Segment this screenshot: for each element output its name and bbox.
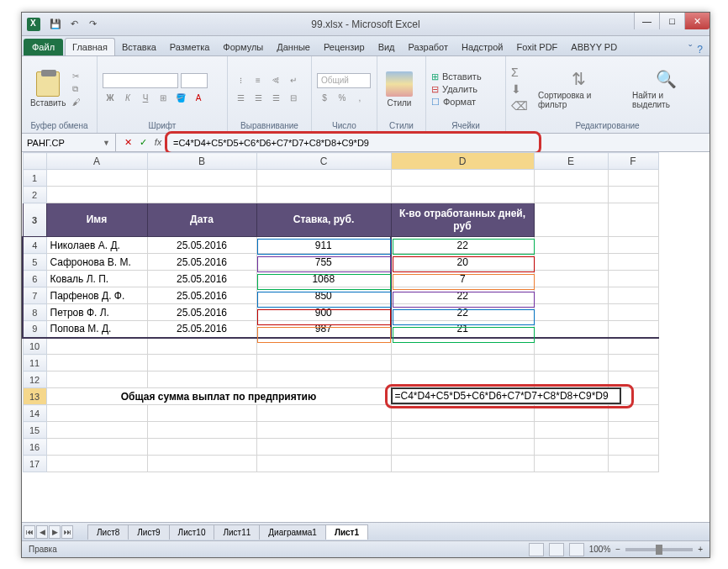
- col-header-a[interactable]: A: [46, 153, 147, 170]
- formula-cancel-button[interactable]: ✕: [121, 137, 135, 148]
- row-header[interactable]: 14: [23, 405, 46, 422]
- close-button[interactable]: ✕: [684, 13, 710, 29]
- sheet-nav-last[interactable]: ⏭: [61, 525, 73, 539]
- italic-button[interactable]: К: [120, 91, 135, 106]
- row-header[interactable]: 16: [23, 439, 46, 456]
- help-icon[interactable]: ?: [697, 44, 703, 55]
- wrap-text-button[interactable]: ↵: [286, 73, 301, 88]
- total-label-cell[interactable]: Общая сумма выплат по предприятию: [46, 388, 391, 405]
- row-header[interactable]: 4: [23, 237, 46, 254]
- row-header[interactable]: 12: [23, 371, 46, 388]
- border-button[interactable]: ⊞: [156, 91, 171, 106]
- find-select-button[interactable]: 🔍 Найти и выделить: [629, 67, 704, 111]
- zoom-in-button[interactable]: +: [698, 545, 703, 554]
- cell[interactable]: 25.05.2016: [147, 287, 256, 304]
- redo-button[interactable]: ↷: [84, 16, 101, 33]
- cell[interactable]: Попова М. Д.: [46, 321, 147, 338]
- autosum-icon[interactable]: Σ: [511, 66, 528, 79]
- worksheet-grid[interactable]: A B C D E F 1 2 3 Имя Дата Ставка, руб. …: [22, 152, 710, 522]
- tab-abbyy[interactable]: ABBYY PD: [564, 39, 624, 55]
- underline-button[interactable]: Ч: [138, 91, 153, 106]
- active-cell[interactable]: =C4*D4+C5*D5+C6*D6+C7*D7+C8*D8+C9*D9: [391, 388, 534, 405]
- name-box[interactable]: РАНГ.СР▼: [22, 134, 116, 151]
- zoom-level[interactable]: 100%: [589, 545, 611, 554]
- ribbon-collapse-icon[interactable]: ˇ: [688, 44, 692, 55]
- tab-developer[interactable]: Разработ: [402, 39, 455, 55]
- tab-view[interactable]: Вид: [372, 39, 402, 55]
- sheet-tab[interactable]: Диаграмма1: [259, 524, 326, 540]
- percent-button[interactable]: %: [335, 91, 350, 106]
- table-header-name[interactable]: Имя: [46, 203, 147, 237]
- table-header-rate[interactable]: Ставка, руб.: [256, 203, 391, 237]
- cell[interactable]: 25.05.2016: [147, 254, 256, 271]
- view-normal-button[interactable]: [529, 543, 544, 556]
- cells-insert-button[interactable]: ⊞Вставить: [431, 71, 482, 82]
- styles-button[interactable]: Стили: [382, 70, 416, 109]
- cell[interactable]: 25.05.2016: [147, 271, 256, 287]
- align-right-button[interactable]: ☰: [268, 91, 283, 106]
- cell[interactable]: 25.05.2016: [147, 304, 256, 321]
- select-all-corner[interactable]: [23, 153, 46, 170]
- col-header-c[interactable]: C: [256, 153, 391, 170]
- tab-addins[interactable]: Надстрой: [455, 39, 509, 55]
- sheet-nav-prev[interactable]: ◀: [36, 525, 48, 539]
- save-button[interactable]: 💾: [47, 16, 64, 33]
- align-top-button[interactable]: ⫶: [233, 73, 248, 88]
- font-name-combo[interactable]: [103, 73, 178, 88]
- cell[interactable]: 755: [256, 254, 391, 271]
- font-size-combo[interactable]: [181, 73, 208, 88]
- row-header[interactable]: 9: [23, 321, 46, 338]
- cells-format-button[interactable]: ☐Формат: [431, 97, 482, 108]
- tab-formulas[interactable]: Формулы: [216, 39, 270, 55]
- copy-icon[interactable]: ⧉: [72, 84, 81, 94]
- tab-file[interactable]: Файл: [24, 39, 63, 55]
- number-format-combo[interactable]: Общий: [317, 73, 371, 88]
- sheet-tab-active[interactable]: Лист1: [325, 524, 368, 540]
- col-header-b[interactable]: B: [147, 153, 256, 170]
- sort-filter-button[interactable]: ⇅ Сортировка и фильтр: [535, 67, 622, 111]
- row-header[interactable]: 6: [23, 271, 46, 287]
- row-header[interactable]: 1: [23, 170, 46, 187]
- table-header-date[interactable]: Дата: [147, 203, 256, 237]
- sheet-tab[interactable]: Лист8: [87, 524, 129, 540]
- cell[interactable]: 21: [391, 321, 534, 338]
- formula-enter-button[interactable]: ✓: [136, 137, 150, 148]
- align-bottom-button[interactable]: ⫷: [268, 73, 283, 88]
- cell[interactable]: 911: [256, 237, 391, 254]
- cell[interactable]: 25.05.2016: [147, 321, 256, 338]
- sheet-nav-next[interactable]: ▶: [49, 525, 61, 539]
- format-painter-icon[interactable]: 🖌: [72, 97, 81, 107]
- row-header[interactable]: 7: [23, 287, 46, 304]
- currency-button[interactable]: $: [317, 91, 332, 106]
- cell[interactable]: Сафронова В. М.: [46, 254, 147, 271]
- comma-button[interactable]: ,: [352, 91, 367, 106]
- cell[interactable]: Парфенов Д. Ф.: [46, 287, 147, 304]
- cell[interactable]: 850: [256, 287, 391, 304]
- formula-input[interactable]: [170, 134, 710, 151]
- clear-icon[interactable]: ⌫: [511, 99, 528, 113]
- cut-icon[interactable]: ✂: [72, 71, 81, 81]
- row-header[interactable]: 5: [23, 254, 46, 271]
- maximize-button[interactable]: □: [659, 13, 684, 29]
- cell[interactable]: 1068: [256, 271, 391, 287]
- col-header-e[interactable]: E: [534, 153, 608, 170]
- cell[interactable]: 987: [256, 321, 391, 338]
- fill-icon[interactable]: ⬇: [511, 82, 528, 96]
- zoom-slider[interactable]: [625, 548, 693, 551]
- tab-data[interactable]: Данные: [270, 39, 317, 55]
- tab-foxit[interactable]: Foxit PDF: [509, 39, 564, 55]
- row-header[interactable]: 2: [23, 187, 46, 203]
- cell[interactable]: 900: [256, 304, 391, 321]
- tab-layout[interactable]: Разметка: [163, 39, 217, 55]
- bold-button[interactable]: Ж: [103, 91, 118, 106]
- row-header[interactable]: 15: [23, 422, 46, 439]
- row-header[interactable]: 3: [23, 203, 46, 237]
- align-middle-button[interactable]: ≡: [251, 73, 266, 88]
- cell[interactable]: 22: [391, 304, 534, 321]
- cell-editor[interactable]: =C4*D4+C5*D5+C6*D6+C7*D7+C8*D8+C9*D9: [391, 387, 621, 404]
- paste-button[interactable]: Вставить: [27, 70, 69, 109]
- merge-button[interactable]: ⊟: [286, 91, 301, 106]
- cell[interactable]: 7: [391, 271, 534, 287]
- cell[interactable]: Коваль Л. П.: [46, 271, 147, 287]
- tab-review[interactable]: Рецензир: [317, 39, 372, 55]
